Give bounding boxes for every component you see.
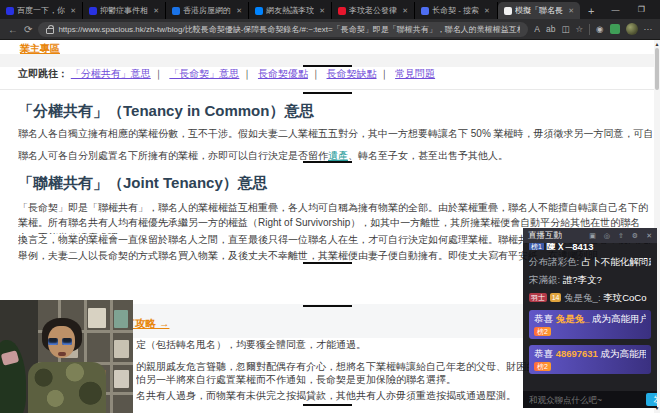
tab-favicon: [89, 7, 97, 15]
dictionary-extension-icon[interactable]: [610, 24, 620, 34]
webcam-video-overlay: [0, 300, 133, 413]
close-chat-icon[interactable]: ✕: [646, 232, 652, 240]
chat-message-clipped: 榜1 陳Ｘ─8413: [529, 243, 651, 250]
tab-title: 抑鬱症事件相關報: [100, 5, 148, 16]
close-tab-icon[interactable]: ✕: [234, 6, 244, 16]
settings-icon[interactable]: ⚙: [632, 232, 638, 240]
chat-input-bar: 发送: [523, 391, 657, 408]
lock-icon: [46, 28, 54, 34]
chat-message-list: 榜1 陳Ｘ─8413 分布諸彩色: 占卜不能化解問題 宋滿銀: 誰?李文? 羽士…: [523, 243, 657, 391]
jump-link-long-life-deed[interactable]: 「長命契」意思: [169, 68, 239, 79]
refresh-button[interactable]: ⟳: [24, 24, 32, 35]
tab-favicon: [421, 7, 429, 15]
gift-prefix: 恭喜: [534, 348, 556, 359]
jump-link-faq[interactable]: 常見問題: [395, 68, 435, 79]
streamer-mouth: [58, 352, 66, 356]
send-button[interactable]: 发送: [646, 393, 657, 406]
window-controls: — ❐ ✕: [602, 0, 660, 19]
jump-link-cons[interactable]: 長命契缺點: [327, 68, 377, 79]
close-tab-icon[interactable]: ✕: [317, 6, 327, 16]
tab-title: 百度一下，你就知: [17, 5, 65, 16]
tab-favicon: [255, 7, 263, 15]
glasses-right-lens: [62, 338, 72, 345]
chat-input[interactable]: [527, 394, 642, 406]
separator: ｜: [311, 68, 321, 79]
browser-tab[interactable]: 網友熱議李玟離世 ✕: [249, 2, 332, 19]
annotation-stroke: [303, 92, 352, 94]
tab-title: 长命契 - 搜索: [432, 5, 479, 16]
browser-tab[interactable]: 长命契 - 搜索 ✕: [415, 2, 498, 19]
chat-text: 誰?李文?: [563, 274, 602, 285]
close-window-button[interactable]: ✕: [654, 0, 660, 19]
gift-suffix: 成为高能用户: [598, 348, 646, 359]
chat-message: 宋滿銀: 誰?李文?: [529, 274, 651, 286]
close-tab-icon[interactable]: ✕: [68, 6, 78, 16]
menu-ellipsis-icon[interactable]: ⋯: [644, 24, 653, 34]
new-tab-button[interactable]: +: [580, 5, 602, 19]
popout-icon[interactable]: ⇧: [618, 232, 624, 240]
rank-badge: 榜2: [534, 327, 551, 336]
chat-title: 直播互動: [528, 230, 562, 242]
level-badge: 14: [550, 293, 562, 302]
gift-notification: 恭喜 兔是兔_ 成为高能用户 榜2: [529, 310, 651, 339]
close-tab-icon[interactable]: ✕: [566, 6, 576, 16]
scrollbar-thumb[interactable]: [655, 48, 659, 90]
split-screen-icon[interactable]: ◫: [561, 24, 569, 34]
favorite-icon[interactable]: ☆: [575, 24, 583, 34]
browser-tab-strip: 百度一下，你就知 ✕ 抑鬱症事件相關報 ✕ 香港房屋網的資訊 ✕ 網友熱議李玟離…: [0, 0, 660, 19]
separator: ｜: [154, 68, 164, 79]
extension-icon[interactable]: ◉: [596, 24, 603, 34]
panel-icon[interactable]: ▣: [589, 232, 596, 240]
translate-icon[interactable]: ab: [546, 24, 555, 34]
gift-suffix: 成为高能用户: [589, 313, 646, 324]
jump-nav-prefix: 立即跳往：: [18, 68, 68, 79]
jump-link-pros[interactable]: 長命契優點: [258, 68, 308, 79]
streamer-camo-jacket: [28, 362, 106, 413]
live-chat-panel: 直播互動 ▣ ◎ ⇧ ⚙ ✕ 榜1 陳Ｘ─8413 分布諸彩色: 占卜不能化解問…: [523, 228, 657, 408]
section-heading-joint-tenancy: 「聯權共有」（Joint Tenancy）意思: [18, 174, 268, 193]
browser-tab[interactable]: 百度一下，你就知 ✕: [0, 2, 83, 19]
chat-text: 占卜不能化解問題: [582, 256, 651, 267]
annotation-stroke: [303, 404, 352, 406]
separator: ｜: [380, 68, 390, 79]
scroll-up-icon[interactable]: ▲: [654, 42, 660, 47]
tab-title: 網友熱議李玟離世: [266, 5, 314, 16]
toolbar-divider: [589, 24, 590, 35]
theme-icon[interactable]: ◎: [604, 232, 610, 240]
url-text: https://www.spacious.hk/zh-tw/blog/比較長命契…: [58, 24, 520, 35]
gift-username: 兔是兔_: [556, 313, 590, 324]
tab-title: 模擬「聯名長命契」: [515, 5, 563, 16]
close-tab-icon[interactable]: ✕: [400, 6, 410, 16]
tab-favicon: [6, 7, 14, 15]
annotation-stroke: [303, 65, 352, 67]
browser-tab-active[interactable]: 模擬「聯名長命契」 ✕: [498, 2, 580, 19]
tab-favicon: [504, 7, 512, 15]
maximize-button[interactable]: ❐: [628, 0, 654, 19]
chat-message: 羽士 14 兔是兔_: 李玟CoCo: [529, 292, 651, 304]
close-tab-icon[interactable]: ✕: [151, 6, 161, 16]
gift-prefix: 恭喜: [534, 313, 556, 324]
close-tab-icon[interactable]: ✕: [482, 6, 492, 16]
paragraph-text: 聯名人可各自分別處置名下所擁有的業權，亦即可以自行決定是否留作: [18, 150, 328, 161]
chat-username: 兔是兔_: [564, 292, 598, 303]
estate-link[interactable]: 遺產: [328, 150, 348, 161]
jump-nav: 立即跳往： 「分權共有」意思｜ 「長命契」意思｜ 長命契優點｜ 長命契缺點｜ 常…: [18, 67, 435, 81]
chat-username: 分布諸彩色: [529, 256, 577, 267]
browser-tab[interactable]: 李玟老公發律師信 ✕: [332, 2, 415, 19]
profile-avatar[interactable]: [626, 23, 638, 35]
paragraph-text: 、轉名至子女，甚至出售予其他人。: [348, 150, 508, 161]
minimize-button[interactable]: —: [602, 0, 628, 19]
section-heading-tenancy-in-common: 「分權共有」（Tenancy in Common）意思: [18, 102, 314, 121]
gift-notification: 恭喜 48697631 成为高能用户 榜2: [529, 345, 651, 374]
chat-header: 直播互動 ▣ ◎ ⇧ ⚙ ✕: [523, 228, 657, 243]
glasses-left-lens: [48, 338, 58, 345]
tab-favicon: [338, 7, 346, 15]
browser-tab[interactable]: 香港房屋網的資訊 ✕: [166, 2, 249, 19]
read-aloud-icon[interactable]: A: [534, 24, 540, 34]
jump-link-tenancy-in-common[interactable]: 「分權共有」意思: [71, 68, 151, 79]
address-bar[interactable]: https://www.spacious.hk/zh-tw/blog/比較長命契…: [38, 22, 528, 37]
browser-tab[interactable]: 抑鬱症事件相關報 ✕: [83, 2, 166, 19]
back-button[interactable]: ←: [8, 24, 18, 35]
separator: ｜: [242, 68, 252, 79]
annotation-stroke: [303, 305, 352, 307]
